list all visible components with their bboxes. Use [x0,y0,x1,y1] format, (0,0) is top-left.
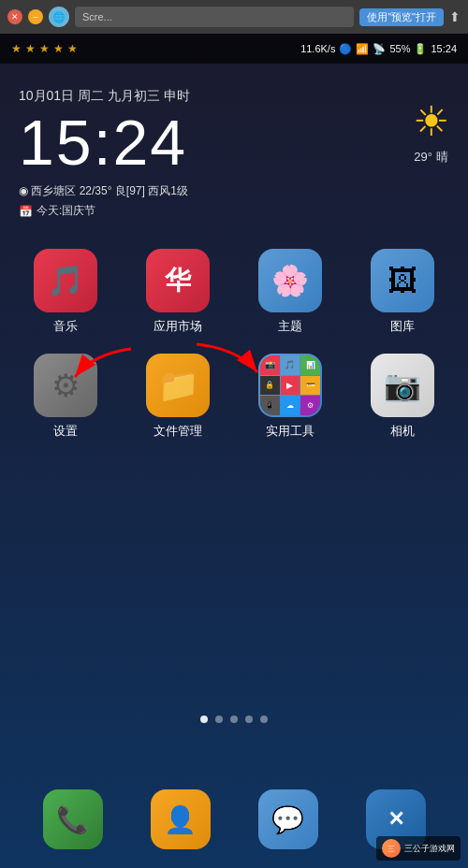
music-app-label: 音乐 [53,318,78,335]
gear-icon: ⚙ [51,367,80,404]
star-icon-2: ★ [25,42,36,55]
watermark: 三 三公子游戏网 [376,836,461,861]
battery-percent: 55% [389,43,410,54]
contacts-icon: 👤 [164,804,197,835]
page-dot-5[interactable] [260,716,268,723]
app-item-appstore[interactable]: 华 应用市场 [131,249,225,335]
weather-widget: ☀ 29° 晴 [413,97,449,166]
app-item-gallery[interactable]: 🖼 图库 [356,249,449,335]
time-display: 15:24 [19,110,190,174]
browser-url-bar[interactable]: Scre... [75,7,354,27]
app-item-settings[interactable]: ⚙ 设置 [19,354,112,440]
sun-icon: ☀ [413,97,449,145]
tool-cell-9: ⚙ [300,396,320,415]
settings-app-label: 设置 [53,423,78,440]
dock-item-messages[interactable]: 💬 [251,789,326,849]
folder-icon: 📁 [157,366,199,405]
files-app-label: 文件管理 [154,423,202,440]
date-line: 10月01日 周二 九月初三 申时 [19,88,190,105]
camera-icon: 📷 [384,368,421,403]
weather-detail-text: ◉ 西乡塘区 22/35° 良[97] 西风1级 [19,183,188,199]
tool-cell-5: ▶ [281,376,300,396]
tool-cell-1: 📸 [260,355,280,375]
star-icon-5: ★ [67,42,78,55]
theme-icon: 🌸 [271,263,309,298]
theme-app-icon: 🌸 [258,249,322,312]
appstore-app-icon: 华 [146,249,210,312]
browser-minimize-button[interactable]: – [28,9,43,24]
browser-share-button[interactable]: ⬆ [449,9,461,24]
tools-grid: 📸 🎵 📊 🔒 ▶ 💳 📱 ☁ ⚙ [260,355,320,415]
gallery-app-label: 图库 [390,318,415,335]
battery-icon: 🔋 [414,43,427,55]
tool-cell-6: 💳 [300,376,320,396]
app-item-tools[interactable]: 📸 🎵 📊 🔒 ▶ 💳 📱 ☁ ⚙ 实用工具 [243,354,337,440]
network-speed: 11.6K/s [300,43,335,54]
tool-cell-8: ☁ [281,396,300,415]
holiday-line: 📅 今天:国庆节 [19,203,190,219]
temperature-display: 29° 晴 [413,149,449,166]
page-dot-1[interactable] [200,716,208,723]
page-dots [0,716,468,723]
theme-app-label: 主题 [278,318,302,335]
app-item-theme[interactable]: 🌸 主题 [243,249,337,335]
files-app-icon: 📁 [146,354,210,417]
tool-cell-3: 📊 [300,355,320,375]
tools-app-label: 实用工具 [266,423,314,440]
huawei-icon: 华 [165,263,191,298]
watermark-avatar: 三 [382,839,401,858]
music-app-icon: 🎵 [34,249,97,312]
page-dot-2[interactable] [215,716,223,723]
messages-icon: 💬 [271,804,304,835]
music-icon: 🎵 [47,263,84,298]
browser-favicon-icon: 🌐 [49,7,69,27]
star-icon-3: ★ [39,42,50,55]
dock-item-phone[interactable]: 📞 [36,789,110,849]
tool-cell-7: 📱 [260,396,280,415]
calendar-icon: 📅 [19,205,33,218]
status-bar: ★ ★ ★ ★ ★ 11.6K/s 🔵 📶 📡 55% 🔋 15:24 [0,34,468,64]
messages-dock-icon: 💬 [258,789,318,849]
gallery-icon: 🖼 [388,264,417,298]
tool-cell-2: 🎵 [281,355,300,375]
camera-app-label: 相机 [390,423,415,440]
wifi-icon: 📶 [356,43,369,55]
app-row-1: 🎵 音乐 华 应用市场 🌸 主题 🖼 [19,249,449,335]
url-text: Scre... [82,11,112,22]
camera-app-icon: 📷 [371,354,434,417]
tools-app-icon: 📸 🎵 📊 🔒 ▶ 💳 📱 ☁ ⚙ [258,354,322,417]
holiday-text: 今天:国庆节 [37,203,95,219]
star-icon-1: ★ [11,42,22,55]
page-dot-4[interactable] [245,716,253,723]
tool-cell-4: 🔒 [260,376,280,396]
star-icon-4: ★ [53,42,64,55]
app-item-files[interactable]: 📁 文件管理 [131,354,225,440]
appstore-app-label: 应用市场 [154,318,202,335]
phone-dock-icon: 📞 [43,789,103,849]
clock-time: 15:24 [431,43,457,54]
app-row-2: ⚙ 设置 📁 [19,354,449,440]
gallery-app-icon: 🖼 [371,249,434,312]
status-icons-left: ★ ★ ★ ★ ★ [11,42,78,55]
phone-icon: 📞 [56,804,89,835]
page-dot-3[interactable] [230,716,238,723]
dock-item-contacts[interactable]: 👤 [143,789,218,849]
status-right: 11.6K/s 🔵 📶 📡 55% 🔋 15:24 [300,43,457,55]
app-item-music[interactable]: 🎵 音乐 [19,249,112,335]
watermark-text: 三公子游戏网 [404,843,455,855]
browser-open-button[interactable]: 使用"预览"打开 [359,8,444,26]
datetime-section: 10月01日 周二 九月初三 申时 15:24 ◉ 西乡塘区 22/35° 良[… [19,88,190,219]
browser-toolbar: ✕ – 🌐 Scre... 使用"预览"打开 ⬆ [0,0,468,34]
weather-detail: ◉ 西乡塘区 22/35° 良[97] 西风1级 [19,183,190,199]
app-item-camera[interactable]: 📷 相机 [356,354,449,440]
phone-screen: ★ ★ ★ ★ ★ 11.6K/s 🔵 📶 📡 55% 🔋 15:24 10月0… [0,34,468,868]
app-grid: 🎵 音乐 华 应用市场 🌸 主题 🖼 [0,249,468,458]
wechat-icon: ✕ [388,807,404,832]
browser-close-button[interactable]: ✕ [7,9,22,24]
settings-app-icon: ⚙ [34,354,97,417]
bluetooth-icon: 🔵 [339,43,352,55]
contacts-dock-icon: 👤 [151,789,211,849]
signal-icon: 📡 [373,43,386,55]
